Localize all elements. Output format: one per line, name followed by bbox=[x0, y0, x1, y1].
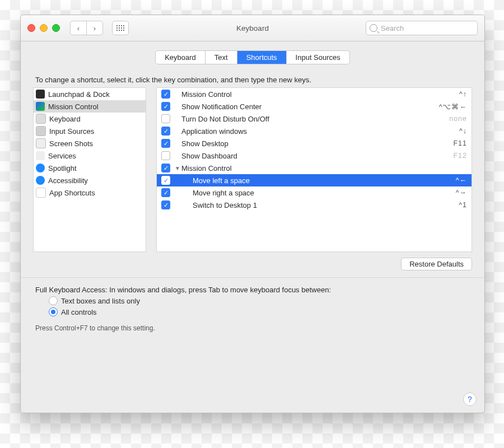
radio-label: All controls bbox=[61, 308, 97, 316]
radio-label: Text boxes and lists only bbox=[61, 297, 140, 305]
shortcut-row[interactable]: Switch to Desktop 1^1 bbox=[157, 199, 472, 211]
shortcut-row[interactable]: Show DesktopF11 bbox=[157, 137, 472, 150]
category-launchpad-dock[interactable]: Launchpad & Dock bbox=[34, 88, 146, 100]
radio-icon bbox=[49, 307, 58, 316]
shortcut-row[interactable]: ▼Mission Control bbox=[157, 162, 472, 174]
checkbox[interactable] bbox=[161, 164, 170, 172]
show-all-button[interactable] bbox=[112, 21, 129, 35]
category-keyboard[interactable]: Keyboard bbox=[34, 113, 146, 125]
shortcut-row[interactable]: Show Notification Center^⌥⌘← bbox=[157, 100, 472, 113]
shortcut-keys[interactable]: F12 bbox=[453, 152, 467, 160]
fka-option-allcontrols[interactable]: All controls bbox=[49, 307, 472, 316]
svc-icon bbox=[36, 151, 45, 160]
category-accessibility[interactable]: Accessibility bbox=[34, 174, 146, 186]
checkbox[interactable] bbox=[161, 114, 170, 123]
titlebar: ‹ › Keyboard Search bbox=[21, 15, 484, 41]
checkbox[interactable] bbox=[161, 139, 170, 148]
forward-button[interactable]: › bbox=[86, 21, 102, 35]
tab-shortcuts[interactable]: Shortcuts bbox=[237, 51, 286, 64]
checkbox[interactable] bbox=[161, 188, 170, 197]
minimize-button[interactable] bbox=[40, 24, 48, 32]
zoom-button[interactable] bbox=[52, 24, 60, 32]
panels: Launchpad & DockMission ControlKeyboardI… bbox=[33, 87, 472, 252]
shortcut-keys[interactable]: ^↓ bbox=[459, 127, 467, 135]
category-mission-control[interactable]: Mission Control bbox=[34, 100, 146, 113]
shortcut-label: Show Dashboard bbox=[181, 152, 453, 160]
shortcut-row[interactable]: Turn Do Not Disturb On/Offnone bbox=[157, 113, 472, 125]
search-icon bbox=[370, 24, 377, 32]
category-label: Mission Control bbox=[48, 102, 99, 111]
mc-icon bbox=[36, 102, 45, 111]
shortcut-label: Show Notification Center bbox=[181, 102, 439, 111]
tab-input-sources[interactable]: Input Sources bbox=[286, 51, 349, 64]
full-keyboard-access-heading: Full Keyboard Access: In windows and dia… bbox=[35, 286, 472, 294]
shortcut-label: Move left a space bbox=[193, 176, 456, 185]
fka-radio-group: Text boxes and lists only All controls bbox=[49, 296, 472, 316]
kb-icon bbox=[36, 114, 46, 124]
tab-keyboard[interactable]: Keyboard bbox=[156, 51, 205, 64]
category-label: Accessibility bbox=[48, 176, 88, 185]
shortcut-row[interactable]: Move left a space^← bbox=[157, 174, 472, 186]
category-app-shortcuts[interactable]: App Shortcuts bbox=[34, 186, 146, 199]
shortcut-label: Mission Control bbox=[181, 90, 459, 99]
category-services[interactable]: Services bbox=[34, 150, 146, 162]
shortcut-row[interactable]: Mission Control^↑ bbox=[157, 88, 472, 100]
shortcut-label: Move right a space bbox=[193, 189, 456, 197]
category-label: Input Sources bbox=[49, 127, 94, 136]
launchpad-icon bbox=[36, 90, 45, 99]
app-icon bbox=[36, 188, 46, 198]
hint-text: Press Control+F7 to change this setting. bbox=[35, 324, 472, 332]
category-label: Services bbox=[48, 152, 76, 160]
ss-icon bbox=[36, 138, 46, 148]
close-button[interactable] bbox=[27, 24, 35, 32]
checkbox[interactable] bbox=[161, 151, 170, 160]
disclosure-icon[interactable]: ▼ bbox=[175, 165, 180, 171]
shortcut-keys[interactable]: ^↑ bbox=[459, 90, 467, 98]
checkbox[interactable] bbox=[161, 90, 170, 99]
back-button[interactable]: ‹ bbox=[71, 21, 86, 35]
category-spotlight[interactable]: Spotlight bbox=[34, 162, 146, 174]
category-input-sources[interactable]: Input Sources bbox=[34, 125, 146, 137]
checkbox[interactable] bbox=[161, 127, 170, 136]
tab-bar: KeyboardTextShortcutsInput Sources bbox=[155, 50, 350, 64]
category-screen-shots[interactable]: Screen Shots bbox=[34, 137, 146, 150]
category-label: Spotlight bbox=[48, 164, 77, 172]
shortcut-keys[interactable]: ^⌥⌘← bbox=[439, 102, 467, 111]
search-field[interactable]: Search bbox=[366, 21, 478, 35]
shortcut-list[interactable]: Mission Control^↑Show Notification Cente… bbox=[156, 87, 472, 252]
shortcut-row[interactable]: Show DashboardF12 bbox=[157, 150, 472, 162]
restore-defaults-button[interactable]: Restore Defaults bbox=[401, 258, 472, 270]
shortcut-label: Turn Do Not Disturb On/Off bbox=[181, 115, 449, 123]
acc-icon bbox=[36, 176, 45, 185]
shortcut-row[interactable]: Move right a space^→ bbox=[157, 186, 472, 199]
tab-text[interactable]: Text bbox=[205, 51, 237, 64]
search-placeholder: Search bbox=[381, 24, 404, 32]
nav-segment: ‹ › bbox=[70, 21, 103, 35]
shortcut-label: Mission Control bbox=[181, 164, 467, 172]
inp-icon bbox=[36, 126, 46, 136]
shortcut-keys[interactable]: ^← bbox=[456, 176, 467, 184]
checkbox[interactable] bbox=[161, 200, 170, 209]
content: KeyboardTextShortcutsInput Sources To ch… bbox=[21, 41, 484, 413]
shortcut-keys[interactable]: ^→ bbox=[456, 189, 467, 197]
spot-icon bbox=[36, 164, 45, 172]
category-label: Screen Shots bbox=[49, 139, 93, 148]
preferences-window: ‹ › Keyboard Search KeyboardTextShortcut… bbox=[20, 15, 485, 413]
fka-option-textboxes[interactable]: Text boxes and lists only bbox=[49, 296, 472, 305]
category-list[interactable]: Launchpad & DockMission ControlKeyboardI… bbox=[33, 87, 146, 252]
checkbox[interactable] bbox=[161, 102, 170, 111]
separator bbox=[21, 277, 484, 278]
category-label: Keyboard bbox=[49, 115, 81, 123]
shortcut-keys[interactable]: ^1 bbox=[459, 201, 467, 209]
instruction-text: To change a shortcut, select it, click t… bbox=[35, 76, 472, 84]
shortcut-label: Application windows bbox=[181, 127, 459, 136]
shortcut-label: Switch to Desktop 1 bbox=[193, 201, 459, 209]
checkbox[interactable] bbox=[161, 176, 170, 185]
shortcut-keys[interactable]: F11 bbox=[453, 139, 467, 147]
help-button[interactable]: ? bbox=[463, 393, 477, 406]
shortcut-keys[interactable]: none bbox=[449, 115, 467, 123]
radio-icon bbox=[49, 296, 58, 305]
window-controls bbox=[27, 24, 60, 32]
shortcut-row[interactable]: Application windows^↓ bbox=[157, 125, 472, 137]
shortcut-label: Show Desktop bbox=[181, 139, 453, 148]
